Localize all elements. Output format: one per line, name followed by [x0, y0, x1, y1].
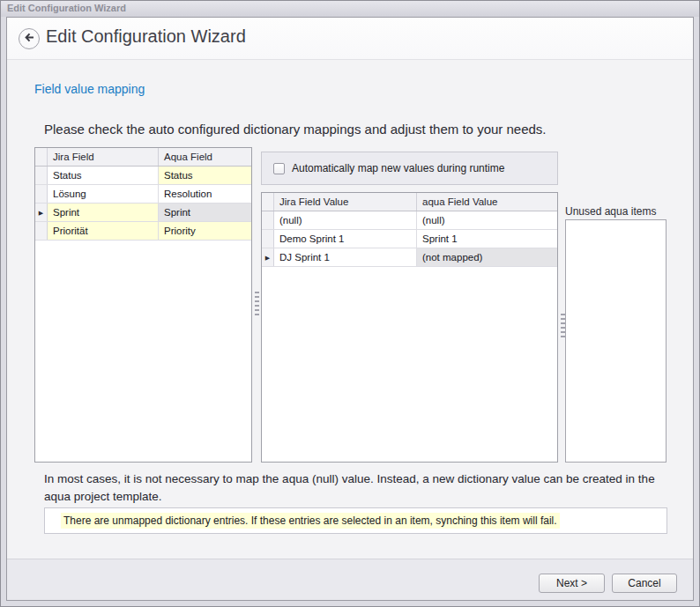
- warning-text: There are unmapped dictionary entries. I…: [61, 513, 560, 529]
- cell-jira-field[interactable]: Lösung: [48, 185, 159, 203]
- cell-jira-field[interactable]: Sprint: [48, 204, 159, 221]
- wizard-dialog: Edit Configuration Wizard Field value ma…: [6, 17, 694, 601]
- row-indicator: [35, 167, 48, 184]
- column-header-jira-field[interactable]: Jira Field: [48, 148, 159, 166]
- table-row[interactable]: Lösung Resolution: [35, 185, 251, 204]
- field-mapping-table: Jira Field Aqua Field Status Status Lösu…: [34, 147, 252, 463]
- warning-panel: There are unmapped dictionary entries. I…: [44, 507, 667, 534]
- cell-jira-field-value[interactable]: (null): [274, 211, 417, 229]
- cell-jira-field-value[interactable]: Demo Sprint 1: [274, 230, 417, 248]
- auto-map-checkbox[interactable]: [273, 163, 285, 174]
- next-button[interactable]: Next >: [539, 574, 605, 593]
- unused-aqua-items-listbox[interactable]: [565, 219, 666, 463]
- value-mapping-table: Jira Field Value aqua Field Value (null)…: [261, 192, 558, 463]
- page-title: Edit Configuration Wizard: [46, 26, 246, 47]
- row-indicator: [262, 230, 274, 248]
- runtime-mapping-panel: Automatically map new values during runt…: [261, 152, 558, 185]
- table-row[interactable]: Priorität Priority: [35, 222, 251, 241]
- vertical-splitter[interactable]: [255, 292, 259, 318]
- table-row[interactable]: Demo Sprint 1 Sprint 1: [262, 230, 557, 248]
- field-table-header: Jira Field Aqua Field: [35, 148, 251, 167]
- row-indicator-header: [35, 148, 48, 166]
- cell-jira-field[interactable]: Status: [48, 167, 159, 184]
- selected-row-arrow-icon: ▶: [265, 255, 270, 261]
- app-window: Edit Configuration Wizard Edit Configura…: [0, 0, 700, 607]
- cell-jira-field[interactable]: Priorität: [48, 222, 159, 240]
- wizard-header: Edit Configuration Wizard: [7, 18, 693, 60]
- window-title: Edit Configuration Wizard: [7, 3, 126, 13]
- note-text: In most cases, it is not necessary to ma…: [44, 470, 661, 505]
- back-button[interactable]: [19, 28, 40, 49]
- table-row-selected[interactable]: ▶ Sprint Sprint: [35, 204, 251, 222]
- cell-aqua-field-value[interactable]: (null): [417, 211, 557, 229]
- row-indicator: [35, 222, 48, 240]
- row-indicator-selected: ▶: [35, 204, 48, 221]
- cell-aqua-field-focused[interactable]: Sprint: [159, 204, 251, 221]
- cancel-button[interactable]: Cancel: [612, 574, 677, 593]
- cell-aqua-field-value[interactable]: Sprint 1: [417, 230, 557, 248]
- auto-map-checkbox-label: Automatically map new values during runt…: [292, 162, 504, 174]
- cell-aqua-field[interactable]: Resolution: [159, 185, 251, 203]
- column-header-aqua-field-value[interactable]: aqua Field Value: [417, 193, 557, 211]
- cell-aqua-field[interactable]: Priority: [159, 222, 251, 240]
- row-indicator: [262, 211, 274, 229]
- section-title: Field value mapping: [34, 82, 145, 96]
- cell-jira-field-value[interactable]: DJ Sprint 1: [274, 248, 417, 266]
- value-table-header: Jira Field Value aqua Field Value: [262, 193, 557, 211]
- row-indicator-selected: ▶: [262, 248, 274, 266]
- row-indicator-header: [262, 193, 274, 211]
- table-row[interactable]: Status Status: [35, 167, 251, 185]
- unused-aqua-items-label: Unused aqua items: [565, 205, 656, 218]
- back-arrow-icon: [24, 31, 35, 47]
- title-bar[interactable]: Edit Configuration Wizard: [1, 1, 699, 17]
- table-row[interactable]: (null) (null): [262, 211, 557, 230]
- instruction-text: Please check the auto configured diction…: [44, 122, 547, 137]
- footer-bar: Next > Cancel: [7, 559, 693, 600]
- column-header-aqua-field[interactable]: Aqua Field: [159, 148, 251, 166]
- cell-aqua-field-value-focused[interactable]: (not mapped): [417, 248, 557, 266]
- column-header-jira-field-value[interactable]: Jira Field Value: [274, 193, 417, 211]
- selected-row-arrow-icon: ▶: [39, 210, 43, 216]
- cell-aqua-field[interactable]: Status: [159, 167, 251, 184]
- table-row-selected[interactable]: ▶ DJ Sprint 1 (not mapped): [262, 248, 557, 267]
- row-indicator: [35, 185, 48, 203]
